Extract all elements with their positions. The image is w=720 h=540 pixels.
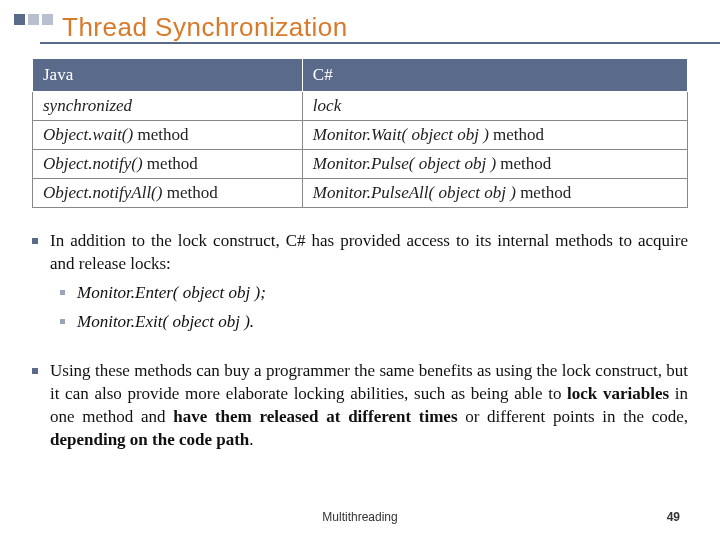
table-cell: Monitor.Wait( object obj ) method	[302, 121, 687, 150]
body-text: In addition to the lock construct, C# ha…	[32, 230, 688, 452]
bullet-icon	[32, 368, 38, 374]
slide-content: Java C# synchronized lock Object.wait() …	[32, 58, 688, 458]
bullet-icon	[60, 290, 65, 295]
sub-bullet-text: Monitor.Exit( object obj ).	[77, 311, 688, 334]
table-cell: Object.notifyAll() method	[33, 179, 303, 208]
square-icon	[28, 14, 39, 25]
title-underline	[40, 42, 720, 44]
table-row: Object.wait() method Monitor.Wait( objec…	[33, 121, 688, 150]
table-row: synchronized lock	[33, 92, 688, 121]
slide-title: Thread Synchronization	[62, 12, 720, 43]
corner-squares	[14, 14, 53, 25]
table-cell: lock	[302, 92, 687, 121]
table-header: C#	[302, 59, 687, 92]
bullet-text: Using these methods can buy a programmer…	[50, 360, 688, 452]
bullet-icon	[32, 238, 38, 244]
table-row: Object.notify() method Monitor.Pulse( ob…	[33, 150, 688, 179]
table-header: Java	[33, 59, 303, 92]
bullet-1: In addition to the lock construct, C# ha…	[32, 230, 688, 276]
bullet-text: In addition to the lock construct, C# ha…	[50, 230, 688, 276]
table-cell: Object.notify() method	[33, 150, 303, 179]
square-icon	[14, 14, 25, 25]
sub-bullets: Monitor.Enter( object obj ); Monitor.Exi…	[60, 282, 688, 334]
table-cell: Monitor.Pulse( object obj ) method	[302, 150, 687, 179]
bullet-2: Using these methods can buy a programmer…	[32, 360, 688, 452]
comparison-table: Java C# synchronized lock Object.wait() …	[32, 58, 688, 208]
slide-title-wrap: Thread Synchronization	[62, 12, 720, 43]
table-cell: Monitor.PulseAll( object obj ) method	[302, 179, 687, 208]
table-row: Object.notifyAll() method Monitor.PulseA…	[33, 179, 688, 208]
table-cell: synchronized	[33, 92, 303, 121]
sub-bullet-2: Monitor.Exit( object obj ).	[60, 311, 688, 334]
footer-topic: Multithreading	[0, 510, 720, 524]
square-icon	[42, 14, 53, 25]
footer: Multithreading 49	[0, 510, 720, 524]
bullet-icon	[60, 319, 65, 324]
sub-bullet-1: Monitor.Enter( object obj );	[60, 282, 688, 305]
table-header-row: Java C#	[33, 59, 688, 92]
table-cell: Object.wait() method	[33, 121, 303, 150]
page-number: 49	[667, 510, 680, 524]
sub-bullet-text: Monitor.Enter( object obj );	[77, 282, 688, 305]
